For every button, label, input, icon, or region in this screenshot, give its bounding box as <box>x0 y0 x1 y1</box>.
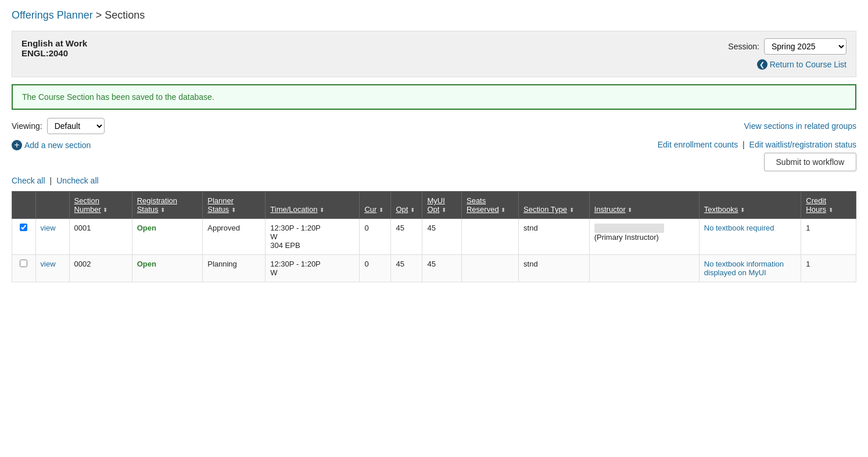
add-icon: + <box>12 140 22 150</box>
view-related-groups-link[interactable]: View sections in related groups <box>744 121 856 131</box>
row-checkbox[interactable] <box>20 224 27 231</box>
breadcrumb-offerings-planner[interactable]: Offerings Planner <box>12 9 93 21</box>
row-checkbox-cell <box>12 255 36 282</box>
sort-cur[interactable]: Cur <box>364 205 376 214</box>
return-to-course-list-link[interactable]: ❮ Return to Course List <box>757 59 847 70</box>
row-credit-hours: 1 <box>801 255 856 282</box>
row-view-cell: view <box>35 255 69 282</box>
row-textbooks: No textbook required <box>699 219 801 255</box>
sort-time-location[interactable]: Time/Location <box>270 205 317 214</box>
submit-workflow-button[interactable]: Submit to workflow <box>764 153 856 171</box>
sort-registration-status[interactable]: RegistrationStatus <box>137 196 177 214</box>
col-textbooks: Textbooks ⬍ <box>699 192 801 219</box>
check-all-row: Check all | Uncheck all <box>12 176 856 185</box>
check-all-link[interactable]: Check all <box>12 176 45 185</box>
breadcrumb: Offerings Planner > Sections <box>12 9 856 21</box>
table-header-row: SectionNumber ⬍ RegistrationStatus ⬍ Pla… <box>12 192 856 219</box>
header-right: Session: Spring 2025 Fall 2024 Summer 20… <box>728 38 847 70</box>
row-cur: 0 <box>360 219 391 255</box>
col-time-location: Time/Location ⬍ <box>266 192 360 219</box>
row-opt: 45 <box>391 219 422 255</box>
row-checkbox[interactable] <box>20 260 27 267</box>
sort-section-type[interactable]: Section Type <box>523 205 567 214</box>
row-myui-opt: 45 <box>422 255 462 282</box>
col-view <box>35 192 69 219</box>
row-section-type: stnd <box>519 219 590 255</box>
row-section-number: 0001 <box>69 219 132 255</box>
instructor-name-blurred <box>594 224 664 233</box>
row-section-number: 0002 <box>69 255 132 282</box>
row-planner-status: Approved <box>203 219 266 255</box>
row-instructor <box>589 255 699 282</box>
col-opt: Opt ⬍ <box>391 192 422 219</box>
course-code: ENGL:2040 <box>21 48 87 58</box>
table-row: view 0002 Open Planning 12:30P - 1:20PW … <box>12 255 856 282</box>
row-time-location: 12:30P - 1:20PW304 EPB <box>266 219 360 255</box>
row-registration-status: Open <box>132 255 203 282</box>
session-label: Session: <box>728 42 759 51</box>
sections-table: SectionNumber ⬍ RegistrationStatus ⬍ Pla… <box>12 191 856 282</box>
sort-textbooks[interactable]: Textbooks <box>704 205 738 214</box>
success-message: The Course Section has been saved to the… <box>12 84 856 110</box>
col-registration-status: RegistrationStatus ⬍ <box>132 192 203 219</box>
row-view-link[interactable]: view <box>41 260 56 268</box>
row-checkbox-cell <box>12 219 36 255</box>
sort-instructor[interactable]: Instructor <box>594 205 626 214</box>
row-view-cell: view <box>35 219 69 255</box>
col-seats-reserved: SeatsReserved ⬍ <box>461 192 518 219</box>
row-credit-hours: 1 <box>801 219 856 255</box>
row-cur: 0 <box>360 255 391 282</box>
viewing-select[interactable]: Default All <box>47 118 105 134</box>
session-select[interactable]: Spring 2025 Fall 2024 Summer 2024 <box>764 38 847 55</box>
add-section-link[interactable]: + Add a new section <box>12 140 91 150</box>
col-checkbox <box>12 192 36 219</box>
row-seats-reserved <box>461 219 518 255</box>
session-row: Session: Spring 2025 Fall 2024 Summer 20… <box>728 38 847 55</box>
instructor-suffix: (Primary Instructor) <box>594 233 659 242</box>
edit-waitlist-link[interactable]: Edit waitlist/registration status <box>749 140 856 149</box>
col-credit-hours: CreditHours ⬍ <box>801 192 856 219</box>
header-bar: English at Work ENGL:2040 Session: Sprin… <box>12 31 856 77</box>
row-time-location: 12:30P - 1:20PW <box>266 255 360 282</box>
textbook-link[interactable]: No textbook required <box>704 224 774 232</box>
row-seats-reserved <box>461 255 518 282</box>
col-section-number: SectionNumber ⬍ <box>69 192 132 219</box>
actions-row: + Add a new section Edit enrollment coun… <box>12 140 856 171</box>
sort-opt[interactable]: Opt <box>396 205 408 214</box>
viewing-group: Viewing: Default All <box>12 118 105 134</box>
row-planner-status: Planning <box>203 255 266 282</box>
sort-section-number[interactable]: SectionNumber <box>74 196 101 214</box>
col-myui-opt: MyUIOpt ⬍ <box>422 192 462 219</box>
col-instructor: Instructor ⬍ <box>589 192 699 219</box>
edit-enrollment-link[interactable]: Edit enrollment counts <box>658 140 738 149</box>
col-cur: Cur ⬍ <box>360 192 391 219</box>
sort-credit-hours[interactable]: CreditHours <box>806 196 826 214</box>
table-row: view 0001 Open Approved 12:30P - 1:20PW3… <box>12 219 856 255</box>
row-section-type: stnd <box>519 255 590 282</box>
col-section-type: Section Type ⬍ <box>519 192 590 219</box>
row-myui-opt: 45 <box>422 219 462 255</box>
textbook-link[interactable]: No textbook information displayed on MyU… <box>704 260 784 277</box>
edit-links: Edit enrollment counts | Edit waitlist/r… <box>658 140 856 149</box>
row-instructor: (Primary Instructor) <box>589 219 699 255</box>
chevron-left-icon: ❮ <box>757 59 767 70</box>
uncheck-all-link[interactable]: Uncheck all <box>56 176 98 185</box>
row-view-link[interactable]: view <box>41 224 56 232</box>
row-opt: 45 <box>391 255 422 282</box>
sort-planner-status[interactable]: PlannerStatus <box>207 196 234 214</box>
viewing-label: Viewing: <box>12 121 42 131</box>
col-planner-status: PlannerStatus ⬍ <box>203 192 266 219</box>
right-actions: Edit enrollment counts | Edit waitlist/r… <box>658 140 856 171</box>
course-title: English at Work <box>21 38 87 48</box>
row-textbooks: No textbook information displayed on MyU… <box>699 255 801 282</box>
toolbar-row: Viewing: Default All View sections in re… <box>12 118 856 134</box>
sort-seats-reserved[interactable]: SeatsReserved <box>467 196 499 214</box>
course-info: English at Work ENGL:2040 <box>21 38 87 58</box>
row-registration-status: Open <box>132 219 203 255</box>
